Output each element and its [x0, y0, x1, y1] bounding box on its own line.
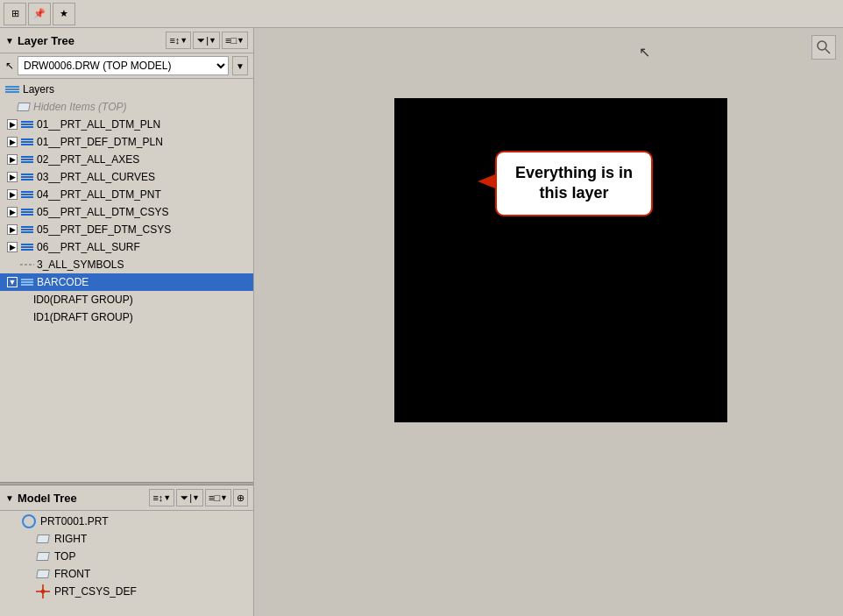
model-add-button[interactable]: ⊕ [233, 489, 248, 506]
expand-placeholder-right [21, 534, 32, 544]
model-label-right: RIGHT [54, 533, 87, 545]
model-item-right[interactable]: RIGHT [0, 530, 253, 548]
layer-icon-8 [19, 258, 35, 271]
expand-btn-7[interactable]: ▶ [7, 242, 18, 252]
layer-tree-title: Layer Tree [18, 34, 162, 47]
layer-icon-1 [19, 136, 35, 148]
layer-item-7[interactable]: ▶ 06__PRT_ALL_SURF [0, 238, 253, 256]
model-sort-button[interactable]: ≡↕ ▼ [149, 489, 174, 506]
expand-placeholder-prt [7, 516, 18, 527]
expand-placeholder-id0 [21, 294, 32, 305]
layer-icon-5 [19, 206, 35, 218]
model-tree-title: Model Tree [18, 492, 145, 505]
prt-icon [21, 514, 37, 528]
layer-item-barcode[interactable]: ▼ BARCODE [0, 273, 253, 291]
hidden-items-row: Hidden Items (TOP) [0, 98, 253, 116]
main-layout: ▼ Layer Tree ≡↕ ▼ ⏷| ▼ ≡□ ▼ ↖ [0, 28, 843, 616]
layer-icon-6 [19, 223, 35, 236]
expand-btn-0[interactable]: ▶ [7, 119, 18, 130]
layer-label-2: 02__PRT_ALL_AXES [37, 153, 139, 166]
svg-point-4 [818, 41, 826, 50]
layer-tree-area: Layers Hidden Items (TOP) ▶ 01__PRT_ALL_… [0, 79, 253, 482]
layer-label-1: 01__PRT_DEF_DTM_PLN [37, 136, 163, 148]
top-toolbar: ⊞ 📌 ★ [0, 0, 843, 28]
layer-subitem-id0[interactable]: ID0(DRAFT GROUP) [0, 291, 253, 308]
model-filter-button[interactable]: ⏷| ▼ [176, 489, 203, 506]
layer-label-0: 01__PRT_ALL_DTM_PLN [37, 118, 160, 131]
layer-label-8: 3_ALL_SYMBOLS [37, 258, 124, 271]
plane-right-icon [35, 532, 51, 546]
viewport-canvas[interactable] [394, 98, 727, 422]
layer-icon-0 [19, 118, 35, 131]
star-button[interactable]: ★ [53, 3, 75, 25]
layer-label-id1: ID1(DRAFT GROUP) [33, 311, 133, 323]
layer-item-4[interactable]: ▶ 04__PRT_ALL_DTM_PNT [0, 186, 253, 203]
layer-item-8[interactable]: 3_ALL_SYMBOLS [0, 256, 253, 273]
model-label-top: TOP [54, 550, 75, 563]
hidden-items-label: Hidden Items (TOP) [33, 101, 126, 113]
expand-placeholder-csys [21, 586, 32, 597]
layer-subitem-id1[interactable]: ID1(DRAFT GROUP) [0, 308, 253, 326]
layer-filter-button[interactable]: ⏷| ▼ [193, 32, 220, 49]
magnifier-button[interactable] [811, 35, 836, 60]
layer-label-3: 03__PRT_ALL_CURVES [37, 171, 155, 183]
expand-btn-barcode[interactable]: ▼ [7, 277, 18, 287]
plane-front-icon [35, 567, 51, 581]
plane-top-icon [35, 549, 51, 563]
svg-line-5 [825, 49, 830, 53]
layer-icon-7 [19, 241, 35, 253]
layer-label-5: 05__PRT_ALL_DTM_CSYS [37, 206, 169, 218]
model-tree-toggle[interactable]: ▼ [5, 493, 14, 503]
expand-btn-6[interactable]: ▶ [7, 224, 18, 235]
model-dropdown[interactable]: DRW0006.DRW (TOP MODEL) [18, 56, 229, 75]
layers-label-text: Layers [23, 83, 54, 96]
expand-btn-3[interactable]: ▶ [7, 172, 18, 182]
layer-label-id0: ID0(DRAFT GROUP) [33, 294, 133, 306]
layer-tree-toolbar: ≡↕ ▼ ⏷| ▼ ≡□ ▼ [166, 32, 248, 49]
csys-icon [35, 584, 51, 598]
layer-sort-button[interactable]: ≡↕ ▼ [166, 32, 191, 49]
pin-button[interactable]: 📌 [28, 3, 51, 25]
model-item-prt[interactable]: PRT0001.PRT [0, 513, 253, 530]
model-dropdown-row: ↖ DRW0006.DRW (TOP MODEL) ▼ [0, 53, 253, 79]
layer-label-barcode: BARCODE [37, 276, 89, 288]
layer-label-7: 06__PRT_ALL_SURF [37, 241, 140, 253]
layer-label-4: 04__PRT_ALL_DTM_PNT [37, 188, 161, 201]
model-tree-toolbar: ≡↕ ▼ ⏷| ▼ ≡□ ▼ ⊕ [149, 489, 248, 506]
expand-btn-1[interactable]: ▶ [7, 137, 18, 147]
expand-btn-4[interactable]: ▶ [7, 189, 18, 200]
dropdown-arrow-btn[interactable]: ▼ [232, 56, 248, 75]
layer-tree-header: ▼ Layer Tree ≡↕ ▼ ⏷| ▼ ≡□ ▼ [0, 28, 253, 53]
grid-button[interactable]: ⊞ [4, 3, 26, 25]
callout-box: Everything is in this layer [495, 151, 653, 216]
expand-btn-5[interactable]: ▶ [7, 207, 18, 217]
expand-btn-2[interactable]: ▶ [7, 154, 18, 165]
model-tree-header: ▼ Model Tree ≡↕ ▼ ⏷| ▼ ≡□ ▼ [0, 485, 253, 511]
layer-item-0[interactable]: ▶ 01__PRT_ALL_DTM_PLN [0, 116, 253, 133]
expand-placeholder-front [21, 569, 32, 579]
model-label-front: FRONT [54, 568, 90, 580]
model-tree-section: ▼ Model Tree ≡↕ ▼ ⏷| ▼ ≡□ ▼ [0, 485, 253, 616]
expand-placeholder-top [21, 551, 32, 562]
layer-columns-button[interactable]: ≡□ ▼ [222, 32, 248, 49]
model-label-prt: PRT0001.PRT [40, 515, 109, 527]
model-item-csys[interactable]: PRT_CSYS_DEF [0, 583, 253, 600]
callout-text: Everything is in this layer [515, 164, 633, 202]
model-columns-button[interactable]: ≡□ ▼ [205, 489, 231, 506]
layer-item-6[interactable]: ▶ 05__PRT_DEF_DTM_CSYS [0, 221, 253, 238]
layer-tree-toggle[interactable]: ▼ [5, 36, 14, 46]
layer-item-5[interactable]: ▶ 05__PRT_ALL_DTM_CSYS [0, 203, 253, 221]
expand-placeholder-8 [7, 259, 18, 270]
model-item-front[interactable]: FRONT [0, 565, 253, 583]
expand-placeholder-id1 [21, 312, 32, 322]
layer-item-2[interactable]: ▶ 02__PRT_ALL_AXES [0, 151, 253, 168]
layer-icon-2 [19, 153, 35, 166]
layers-group-label: Layers [0, 81, 253, 98]
cursor-arrow: ↖ [639, 44, 650, 60]
model-item-top[interactable]: TOP [0, 548, 253, 565]
right-area: ↖ Everything is in this layer [254, 28, 843, 616]
layer-item-1[interactable]: ▶ 01__PRT_DEF_DTM_PLN [0, 133, 253, 151]
layer-item-3[interactable]: ▶ 03__PRT_ALL_CURVES [0, 168, 253, 186]
layer-icon-barcode [19, 276, 35, 288]
layer-label-6: 05__PRT_DEF_DTM_CSYS [37, 223, 171, 236]
